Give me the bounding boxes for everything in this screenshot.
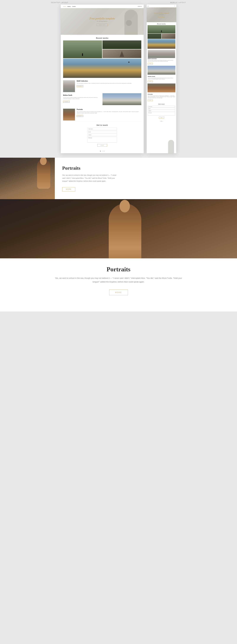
bw-collection-text: B&W Collection The most product collecti… <box>77 80 141 87</box>
layout-labels: DESKTOP LAYOUT MOBILE LAYOUT <box>0 0 237 4</box>
hero-title: Free portfolio template <box>90 17 115 20</box>
hero-discover-button[interactable]: DISCOVER <box>97 24 108 26</box>
photo-cliff <box>63 59 141 78</box>
mobile-send-button[interactable]: SEND <box>159 117 164 118</box>
twitter-icon[interactable]: ■ <box>139 6 140 7</box>
mobile-bw-btn[interactable]: MORE <box>148 63 153 64</box>
mobile-instagram-icon[interactable]: ◇ <box>162 121 163 122</box>
portraits-heading: Portraits <box>77 109 141 110</box>
mobile-hero-figure <box>168 140 174 153</box>
mobile-mockup: ■ ≡ Free portfolio template for photogra… <box>147 4 176 153</box>
mobile-photo-portrait <box>148 84 175 92</box>
right-photos <box>103 40 141 58</box>
mobile-recent-works: Recent works <box>147 22 176 25</box>
mobile-footer: t ■ ◇ <box>147 120 176 122</box>
mobile-photo-cliff <box>148 39 175 49</box>
mobile-figure-silhouette <box>161 30 162 32</box>
mobile-twitter-icon[interactable]: t <box>160 121 160 122</box>
bw-collection-section: B&W Collection The most product collecti… <box>61 78 144 93</box>
portraits-large-image <box>0 158 55 199</box>
mobile-mountain-section <box>147 66 176 74</box>
bw-collection-heading: B&W Collection <box>77 80 141 82</box>
mobile-portraits-img-section <box>147 84 176 92</box>
mother-earth-more-button[interactable]: MORE <box>63 101 70 103</box>
portraits-page-body: Yes, we went to school in the sea, thoug… <box>62 174 119 182</box>
full-portrait-title: Portraits <box>52 266 185 273</box>
mobile-subject-input[interactable] <box>148 110 175 112</box>
full-portrait-hero <box>0 199 237 258</box>
contact-name-input[interactable] <box>87 128 117 130</box>
bw-collection-image <box>63 80 75 92</box>
portraits-more-button[interactable]: MORE <box>77 115 83 117</box>
nav-gallery[interactable]: Gallery <box>67 6 71 7</box>
mountain-mother-grid: Mother Earth You can use this portfolio … <box>61 93 144 106</box>
mobile-contact-title: Get in touch <box>148 104 175 105</box>
cliff-figure <box>128 62 129 63</box>
nav-social-icons: ■ ■ ■ <box>138 6 141 7</box>
full-portrait-body: Yes, we went to school in the sea, thoug… <box>52 276 185 284</box>
mobile-label: MOBILE LAYOUT <box>170 2 186 4</box>
figure-silhouette <box>82 53 83 56</box>
contact-send-button[interactable]: SEND <box>97 144 107 146</box>
photo-grid-inner <box>63 40 141 58</box>
mobile-hero: Free portfolio template for photographer… <box>147 8 176 22</box>
full-portrait-content: Portraits Yes, we went to school in the … <box>0 258 237 302</box>
mobile-photo-figure <box>162 34 175 39</box>
portraits-page-title: Portraits <box>62 165 229 171</box>
facebook-icon[interactable]: ■ <box>138 6 138 7</box>
mobile-hero-subtitle: for photographers <box>159 14 164 15</box>
mobile-facebook-icon[interactable]: ■ <box>161 121 162 122</box>
full-portrait-page: Portraits Yes, we went to school in the … <box>0 199 237 312</box>
portraits-image <box>63 109 75 120</box>
mobile-bw-heading: B&W Collection <box>148 58 175 59</box>
contact-subject-input[interactable] <box>87 134 117 136</box>
hero-figure-head <box>126 20 132 26</box>
desktop-label: DESKTOP LAYOUT <box>51 2 68 4</box>
nav-contact[interactable]: Contact <box>72 6 76 7</box>
mobile-photo-grid <box>147 25 176 49</box>
contact-email-input[interactable] <box>87 131 117 133</box>
mobile-message-input[interactable] <box>148 112 175 116</box>
contact-section: Get in touch SEND <box>61 122 144 149</box>
mobile-portraits-btn[interactable]: MORE <box>148 99 153 101</box>
bw-collection-body: The most product collection is truly occ… <box>77 82 141 84</box>
portraits-preview-section: Portraits Yes, we went to school in the … <box>0 158 237 199</box>
mobile-mother-btn[interactable]: MORE <box>148 80 153 82</box>
contact-message-input[interactable] <box>87 137 117 142</box>
mother-earth-text: Mother Earth You can use this portfolio … <box>63 93 102 105</box>
mobile-nav-logo: ■ <box>148 6 148 6</box>
hamburger-icon[interactable]: ≡ <box>174 5 175 7</box>
mobile-bw-section: B&W Collection The most product collecti… <box>147 49 176 66</box>
nav-home[interactable]: Home <box>63 6 66 7</box>
photo-road <box>63 40 102 58</box>
mobile-mother-earth-section: Mother Earth You can use this portfolio … <box>147 74 176 84</box>
mobile-portraits-section: Portraits Yes, we went to school in the … <box>147 92 176 102</box>
mobile-bw-image <box>148 50 175 58</box>
hero-subtitle: for photographers <box>97 21 108 22</box>
mobile-hero-btn[interactable]: DISCOVER <box>158 16 165 18</box>
footer-instagram-icon[interactable]: ◇ <box>104 150 104 152</box>
mobile-email-input[interactable] <box>148 108 175 110</box>
desktop-hero: Free portfolio template for photographer… <box>61 8 144 35</box>
portraits-more-large-button[interactable]: MORE <box>62 187 75 192</box>
full-portrait-more-button[interactable]: MORE <box>109 290 128 295</box>
portraits-text-card: Portraits Yes, we went to school in the … <box>55 158 237 199</box>
mobile-bw-body: The most product collection is truly occ… <box>148 60 175 62</box>
contact-form: SEND <box>87 128 117 146</box>
full-portrait-head <box>120 200 130 212</box>
footer-facebook-icon[interactable]: ■ <box>100 150 101 152</box>
mobile-mother-body: You can use this portfolio template for … <box>148 78 175 80</box>
mobile-name-input[interactable] <box>148 106 175 108</box>
photo-figure-arms <box>103 50 141 58</box>
desktop-footer: ■ t ◇ <box>61 149 144 153</box>
instagram-icon[interactable]: ■ <box>141 6 141 7</box>
mobile-contact-section: Get in touch SEND <box>147 102 176 120</box>
photo-grid-top <box>61 40 144 78</box>
footer-twitter-icon[interactable]: t <box>102 150 102 152</box>
mobile-portraits-heading: Portraits <box>148 94 175 95</box>
mobile-portraits-body: Yes, we went to school in the sea, thoug… <box>148 95 175 98</box>
photo-forest <box>103 40 141 49</box>
bw-collection-more-button[interactable]: MORE <box>77 85 83 87</box>
mobile-two-col <box>148 34 175 39</box>
mobile-mother-heading: Mother Earth <box>148 76 175 77</box>
